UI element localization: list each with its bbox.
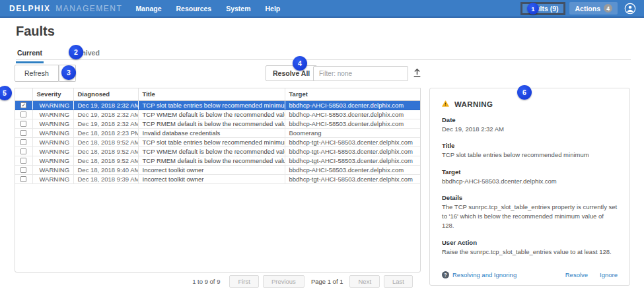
row-checkbox[interactable] (20, 167, 26, 173)
resolving-ignoring-link[interactable]: ? Resolving and Ignoring (442, 271, 517, 278)
next-page-button[interactable]: Next (349, 275, 380, 288)
top-navbar: DELPHIX MANAGEMENT ManageResourcesSystem… (0, 0, 644, 18)
detail-field-label: Date (442, 116, 618, 123)
diagnosed-cell: Dec 19, 2018 2:32 AM (73, 119, 138, 128)
detail-field-label: Title (442, 142, 618, 149)
row-checkbox[interactable] (20, 112, 26, 117)
severity-label: WARNING (40, 120, 70, 127)
callout-5: 5 (0, 86, 12, 100)
fault-details-panel: WARNING DateDec 19, 2018 2:32 AMTitleTCP… (429, 88, 630, 286)
brand-suffix: MANAGEMENT (55, 4, 122, 13)
delphix-logo: DELPHIX MANAGEMENT (9, 4, 122, 13)
severity-label: WARNING (40, 148, 70, 155)
callout-1: 1 (527, 3, 539, 15)
resolving-ignoring-label: Resolving and Ignoring (452, 271, 517, 278)
user-profile-icon[interactable] (624, 3, 636, 15)
export-icon[interactable] (411, 67, 423, 79)
nav-item-help[interactable]: Help (266, 5, 281, 13)
detail-field: DateDec 19, 2018 2:32 AM (442, 116, 618, 134)
row-checkbox[interactable]: ✓ (20, 102, 26, 108)
help-icon: ? (442, 271, 449, 278)
detail-field-label: User Action (442, 239, 618, 246)
row-checkbox[interactable] (20, 139, 26, 145)
details-severity-heading: WARNING (442, 100, 618, 108)
detail-field: User ActionRaise the sunrpc.tcp_slot_tab… (442, 239, 618, 257)
severity-cell: WARNING (32, 174, 73, 183)
severity-label: WARNING (40, 166, 70, 174)
table-row[interactable]: WARNINGDec 18, 2018 9:52 AMTCP RMEM defa… (15, 156, 420, 165)
callout-4: 4 (293, 56, 307, 71)
nav-item-resources[interactable]: Resources (176, 5, 211, 13)
checkbox-cell (15, 146, 32, 156)
target-cell: bbdhcp-AHCI-58503.dcenter.delphix.com (285, 100, 420, 110)
faults-table-container: Severity Diagnosed Title Target ✓ WARNIN… (15, 88, 421, 273)
last-page-button[interactable]: Last (384, 275, 413, 288)
table-row[interactable]: ✓ WARNINGDec 19, 2018 2:32 AMTCP slot ta… (15, 100, 420, 110)
row-checkbox[interactable] (20, 158, 26, 164)
severity-label: WARNING (40, 129, 70, 137)
severity-cell: WARNING (32, 137, 73, 146)
row-checkbox[interactable] (20, 121, 26, 127)
diagnosed-cell: Dec 18, 2018 9:40 AM (73, 165, 138, 174)
tab-current[interactable]: Current (16, 48, 44, 63)
severity-cell: WARNING (32, 128, 73, 137)
target-cell: bbdhcp-AHCI-58503.dcenter.delphix.com (285, 119, 420, 128)
select-all-header-cell (15, 88, 32, 100)
checkbox-cell (15, 174, 32, 183)
severity-label: WARNING (40, 157, 70, 164)
refresh-button[interactable]: Refresh (15, 65, 59, 82)
callout-2: 2 (69, 45, 83, 59)
target-cell: bbdhcp-tgt-AHCI-58503.dcenter.delphix.co… (285, 137, 420, 146)
callout-6: 6 (517, 85, 532, 100)
column-header-target[interactable]: Target (285, 88, 420, 100)
target-cell: bbdhcp-tgt-AHCI-58503.dcenter.delphix.co… (285, 156, 420, 165)
target-cell: bbdhcp-AHCI-58503.dcenter.delphix.com (285, 110, 420, 119)
row-checkbox[interactable] (20, 148, 26, 154)
ignore-link[interactable]: Ignore (600, 271, 618, 278)
severity-label: WARNING (40, 176, 70, 183)
title-cell: TCP RMEM default is below the recommende… (138, 119, 285, 128)
table-row[interactable]: WARNINGDec 19, 2018 2:32 AMTCP RMEM defa… (15, 119, 420, 128)
detail-field-value: The TCP sunrpc.tcp_slot_table_entries pr… (442, 203, 618, 231)
table-row[interactable]: WARNINGDec 18, 2018 9:40 AMIncorrect too… (15, 165, 420, 174)
previous-page-button[interactable]: Previous (263, 275, 304, 288)
callout-3: 3 (61, 65, 76, 80)
nav-item-manage[interactable]: Manage (135, 5, 161, 13)
row-checkbox[interactable] (20, 176, 26, 182)
detail-field-value: bbdhcp-AHCI-58503.dcenter.delphix.com (442, 177, 618, 186)
title-cell: TCP WMEM default is below the recommende… (138, 110, 285, 119)
severity-label: WARNING (40, 139, 70, 146)
filter-input[interactable] (313, 66, 408, 81)
table-row[interactable]: WARNINGDec 18, 2018 2:23 PMInvalid datab… (15, 128, 420, 137)
diagnosed-cell: Dec 19, 2018 2:32 AM (73, 100, 138, 110)
checkbox-cell (15, 110, 32, 119)
table-row[interactable]: WARNINGDec 19, 2018 2:32 AMTCP WMEM defa… (15, 110, 420, 119)
table-row[interactable]: WARNINGDec 18, 2018 9:39 AMIncorrect too… (15, 174, 420, 183)
title-cell: Incorrect toolkit owner (138, 174, 285, 183)
severity-label: WARNING (40, 111, 70, 118)
column-header-title[interactable]: Title (138, 88, 285, 100)
column-header-diagnosed[interactable]: Diagnosed (73, 88, 138, 100)
target-cell: bbdhcp-tgt-AHCI-58503.dcenter.delphix.co… (285, 174, 420, 183)
diagnosed-cell: Dec 18, 2018 9:52 AM (73, 156, 138, 165)
diagnosed-cell: Dec 18, 2018 9:52 AM (73, 146, 138, 156)
table-row[interactable]: WARNINGDec 18, 2018 9:52 AMTCP slot tabl… (15, 137, 420, 146)
resolve-link[interactable]: Resolve (565, 271, 588, 278)
resolve-all-button[interactable]: Resolve All (266, 65, 317, 81)
diagnosed-cell: Dec 18, 2018 2:23 PM (73, 128, 138, 137)
table-row[interactable]: WARNINGDec 18, 2018 9:52 AMTCP WMEM defa… (15, 146, 420, 156)
column-header-severity[interactable]: Severity (32, 88, 73, 100)
nav-item-system[interactable]: System (226, 5, 250, 13)
detail-fields: DateDec 19, 2018 2:32 AMTitleTCP slot ta… (442, 116, 618, 257)
actions-button[interactable]: Actions 4 (569, 2, 618, 15)
severity-cell: WARNING (32, 165, 73, 174)
page-title: Faults (16, 24, 55, 39)
brand-name: DELPHIX (9, 4, 51, 13)
row-checkbox[interactable] (20, 130, 26, 136)
nav-menu: ManageResourcesSystemHelp (135, 5, 280, 13)
title-cell: TCP WMEM default is below the recommende… (138, 146, 285, 156)
checkbox-cell (15, 119, 32, 128)
checkbox-cell (15, 128, 32, 137)
first-page-button[interactable]: First (229, 275, 258, 288)
title-cell: TCP slot table entries below recommended… (138, 137, 285, 146)
